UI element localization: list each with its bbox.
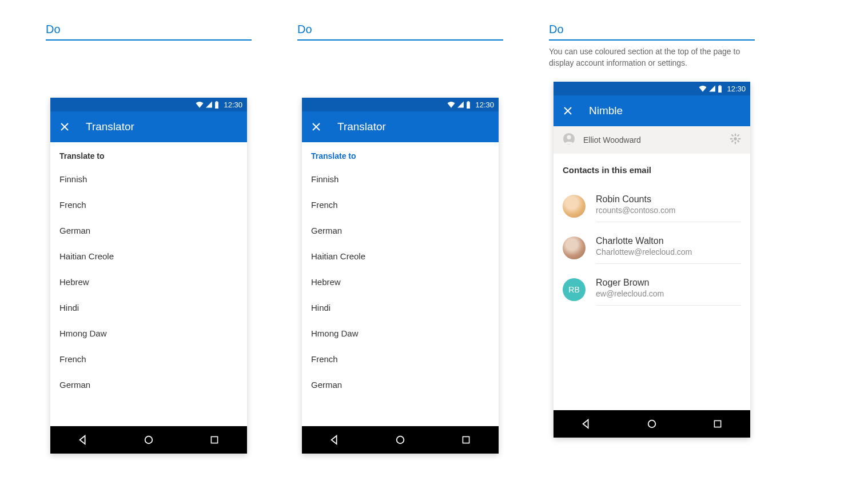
back-icon[interactable] (314, 435, 355, 445)
svg-rect-0 (216, 102, 219, 109)
cell-signal-icon (205, 101, 213, 108)
svg-rect-17 (731, 134, 734, 137)
phone-mock-1: 12:30 Translator Translate to Finnish Fr… (50, 98, 247, 454)
contact-item[interactable]: Robin Counts rcounts@contoso.com (554, 185, 750, 227)
caption (46, 46, 252, 85)
contact-email: ew@relecloud.com (596, 289, 741, 298)
app-title: Translator (86, 121, 134, 133)
person-icon (563, 133, 575, 147)
recents-icon[interactable] (698, 419, 738, 428)
phone-mock-2: 12:30 Translator Translate to Finnish Fr… (302, 98, 499, 454)
svg-point-21 (648, 420, 656, 428)
page-body: Translate to Finnish French German Haiti… (50, 142, 247, 426)
cell-signal-icon (457, 101, 464, 108)
page-body: Translate to Finnish French German Haiti… (302, 142, 499, 426)
status-bar: 12:30 (50, 98, 247, 111)
home-icon[interactable] (380, 435, 420, 445)
contact-email: rcounts@contoso.com (596, 206, 741, 215)
avatar (563, 237, 586, 259)
svg-point-11 (567, 135, 571, 139)
app-title: Nimble (589, 105, 623, 117)
svg-rect-3 (211, 436, 217, 443)
battery-icon (718, 85, 722, 93)
contact-email: Charlottew@relecloud.com (596, 247, 741, 256)
list-item[interactable]: Haitian Creole (50, 243, 247, 269)
example-column-3: Do You can use coloured section at the t… (549, 23, 755, 454)
list-item[interactable]: Hebrew (302, 269, 499, 295)
wifi-icon (699, 85, 707, 92)
list-item[interactable]: Hmong Daw (302, 320, 499, 346)
list-item[interactable]: French (50, 192, 247, 218)
list-item[interactable]: Haitian Creole (302, 243, 499, 269)
recents-icon[interactable] (446, 435, 486, 444)
contact-name: Charlotte Walton (596, 236, 741, 246)
back-icon[interactable] (63, 435, 103, 445)
caption (297, 46, 503, 85)
list-item[interactable]: Hebrew (50, 269, 247, 295)
phone-mock-3: 12:30 Nimble Elliot Woodward Contacts in… (554, 82, 750, 438)
list-item[interactable]: German (302, 218, 499, 243)
close-icon[interactable] (59, 122, 70, 132)
android-nav-bar (50, 426, 247, 454)
caption: You can use coloured section at the top … (549, 46, 755, 69)
do-label: Do (549, 23, 755, 41)
status-bar: 12:30 (554, 82, 750, 95)
svg-rect-22 (714, 420, 720, 427)
close-icon[interactable] (311, 122, 321, 132)
svg-rect-5 (468, 101, 469, 102)
do-label: Do (297, 23, 503, 41)
home-icon[interactable] (632, 419, 672, 429)
svg-rect-16 (738, 138, 740, 139)
contact-text: Roger Brown ew@relecloud.com (596, 273, 741, 306)
contact-name: Roger Brown (596, 278, 741, 288)
do-label: Do (46, 23, 252, 41)
contact-text: Charlotte Walton Charlottew@relecloud.co… (596, 231, 741, 264)
list-item[interactable]: German (50, 372, 247, 398)
svg-point-12 (734, 137, 736, 140)
contact-item[interactable]: RB Roger Brown ew@relecloud.com (554, 268, 750, 310)
app-title: Translator (337, 121, 386, 133)
account-name: Elliot Woodward (583, 135, 722, 145)
android-nav-bar (302, 426, 499, 454)
list-item[interactable]: German (302, 372, 499, 398)
back-icon[interactable] (566, 419, 606, 429)
home-icon[interactable] (129, 435, 169, 445)
wifi-icon (196, 101, 204, 108)
svg-rect-20 (731, 140, 734, 143)
contacts-header: Contacts in this email (554, 154, 750, 185)
list-item[interactable]: French (302, 346, 499, 372)
contact-item[interactable]: Charlotte Walton Charlottew@relecloud.co… (554, 227, 750, 268)
close-icon[interactable] (563, 106, 573, 116)
list-item[interactable]: Finnish (50, 166, 247, 192)
list-item[interactable]: French (302, 192, 499, 218)
svg-rect-1 (216, 101, 218, 102)
battery-icon (466, 101, 471, 109)
svg-point-2 (145, 436, 153, 444)
list-item[interactable]: Hmong Daw (50, 320, 247, 346)
status-time: 12:30 (224, 101, 242, 109)
page-body: Elliot Woodward Contacts in this email R… (554, 126, 750, 410)
account-section[interactable]: Elliot Woodward (554, 126, 750, 154)
gear-icon[interactable] (730, 133, 741, 147)
status-time: 12:30 (727, 85, 746, 93)
list-item[interactable]: Hindi (50, 295, 247, 320)
svg-rect-18 (737, 140, 740, 143)
list-item[interactable]: French (50, 346, 247, 372)
wifi-icon (447, 101, 455, 108)
list-item[interactable]: German (50, 218, 247, 243)
battery-icon (214, 101, 219, 109)
android-nav-bar (554, 410, 750, 438)
example-column-2: Do 12:30 Translator Translate to Finnish… (297, 23, 503, 454)
section-header: Translate to (50, 142, 247, 166)
status-bar: 12:30 (302, 98, 499, 111)
svg-rect-8 (719, 86, 722, 93)
section-header: Translate to (302, 142, 499, 166)
app-bar: Nimble (554, 95, 750, 126)
svg-rect-13 (735, 134, 736, 136)
list-item[interactable]: Finnish (302, 166, 499, 192)
list-item[interactable]: Hindi (302, 295, 499, 320)
avatar (563, 195, 586, 218)
recents-icon[interactable] (194, 435, 234, 444)
cell-signal-icon (708, 85, 716, 92)
app-bar: Translator (302, 111, 499, 142)
